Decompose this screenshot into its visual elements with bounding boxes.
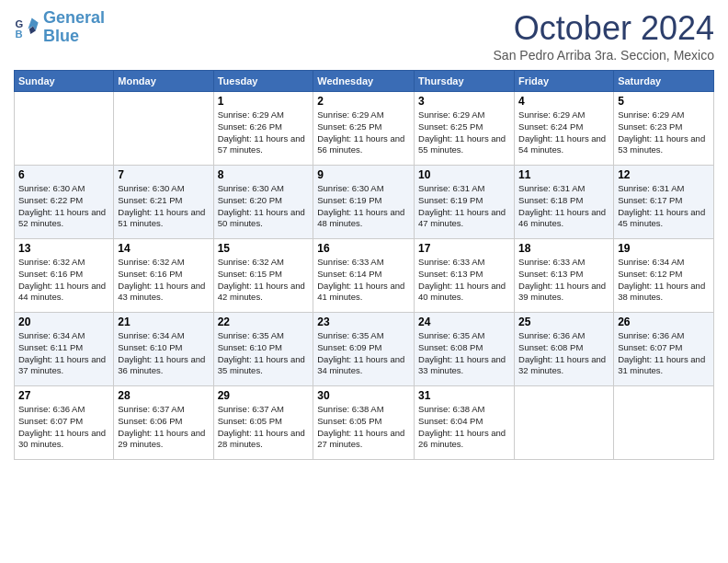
weekday-header: Sunday <box>15 71 114 92</box>
day-number: 25 <box>518 316 609 328</box>
day-info: Sunrise: 6:34 AM Sunset: 6:11 PM Dayligh… <box>18 330 109 377</box>
weekday-header-row: SundayMondayTuesdayWednesdayThursdayFrid… <box>15 71 714 92</box>
day-number: 4 <box>518 95 609 108</box>
day-info: Sunrise: 6:29 AM Sunset: 6:25 PM Dayligh… <box>317 109 410 156</box>
day-number: 6 <box>18 168 109 181</box>
day-number: 14 <box>118 242 209 255</box>
weekday-header: Tuesday <box>213 71 313 92</box>
calendar-cell: 7Sunrise: 6:30 AM Sunset: 6:21 PM Daylig… <box>114 166 213 239</box>
calendar-cell: 14Sunrise: 6:32 AM Sunset: 6:16 PM Dayli… <box>114 239 213 313</box>
calendar-cell: 9Sunrise: 6:30 AM Sunset: 6:19 PM Daylig… <box>313 166 415 239</box>
day-number: 5 <box>618 95 710 108</box>
day-number: 12 <box>618 168 710 181</box>
calendar-cell: 15Sunrise: 6:32 AM Sunset: 6:15 PM Dayli… <box>213 239 313 313</box>
day-info: Sunrise: 6:30 AM Sunset: 6:20 PM Dayligh… <box>218 183 310 230</box>
day-info: Sunrise: 6:33 AM Sunset: 6:13 PM Dayligh… <box>518 257 609 304</box>
day-info: Sunrise: 6:29 AM Sunset: 6:24 PM Dayligh… <box>518 109 609 156</box>
calendar-cell: 28Sunrise: 6:37 AM Sunset: 6:06 PM Dayli… <box>114 386 213 460</box>
day-number: 27 <box>18 389 109 402</box>
day-info: Sunrise: 6:30 AM Sunset: 6:22 PM Dayligh… <box>18 183 109 230</box>
calendar-cell: 8Sunrise: 6:30 AM Sunset: 6:20 PM Daylig… <box>213 166 313 239</box>
calendar-week-row: 6Sunrise: 6:30 AM Sunset: 6:22 PM Daylig… <box>15 166 714 239</box>
day-info: Sunrise: 6:36 AM Sunset: 6:07 PM Dayligh… <box>18 404 109 451</box>
day-number: 17 <box>418 242 510 255</box>
calendar-cell: 10Sunrise: 6:31 AM Sunset: 6:19 PM Dayli… <box>415 166 515 239</box>
calendar-cell: 6Sunrise: 6:30 AM Sunset: 6:22 PM Daylig… <box>15 166 114 239</box>
calendar-cell: 25Sunrise: 6:36 AM Sunset: 6:08 PM Dayli… <box>515 313 614 386</box>
calendar-cell: 3Sunrise: 6:29 AM Sunset: 6:25 PM Daylig… <box>415 92 515 166</box>
day-info: Sunrise: 6:37 AM Sunset: 6:05 PM Dayligh… <box>218 404 310 451</box>
day-info: Sunrise: 6:30 AM Sunset: 6:21 PM Dayligh… <box>118 183 209 230</box>
day-info: Sunrise: 6:36 AM Sunset: 6:08 PM Dayligh… <box>518 330 609 377</box>
day-number: 11 <box>518 168 609 181</box>
calendar-cell <box>114 92 213 166</box>
day-info: Sunrise: 6:32 AM Sunset: 6:15 PM Dayligh… <box>218 257 310 304</box>
day-number: 9 <box>317 168 410 181</box>
day-info: Sunrise: 6:31 AM Sunset: 6:18 PM Dayligh… <box>518 183 609 230</box>
calendar-table: SundayMondayTuesdayWednesdayThursdayFrid… <box>14 70 714 460</box>
calendar-cell: 23Sunrise: 6:35 AM Sunset: 6:09 PM Dayli… <box>313 313 415 386</box>
calendar-cell: 11Sunrise: 6:31 AM Sunset: 6:18 PM Dayli… <box>515 166 614 239</box>
day-number: 15 <box>218 242 310 255</box>
day-info: Sunrise: 6:38 AM Sunset: 6:04 PM Dayligh… <box>418 404 510 451</box>
calendar-cell: 31Sunrise: 6:38 AM Sunset: 6:04 PM Dayli… <box>415 386 515 460</box>
calendar-cell <box>614 386 714 460</box>
day-number: 31 <box>418 389 510 402</box>
weekday-header: Monday <box>114 71 213 92</box>
calendar-cell: 29Sunrise: 6:37 AM Sunset: 6:05 PM Dayli… <box>213 386 313 460</box>
calendar-cell: 30Sunrise: 6:38 AM Sunset: 6:05 PM Dayli… <box>313 386 415 460</box>
day-info: Sunrise: 6:30 AM Sunset: 6:19 PM Dayligh… <box>317 183 410 230</box>
day-info: Sunrise: 6:38 AM Sunset: 6:05 PM Dayligh… <box>317 404 410 451</box>
day-info: Sunrise: 6:32 AM Sunset: 6:16 PM Dayligh… <box>118 257 209 304</box>
weekday-header: Saturday <box>614 71 714 92</box>
month-title: October 2024 <box>494 9 714 48</box>
weekday-header: Wednesday <box>313 71 415 92</box>
calendar-cell <box>515 386 614 460</box>
calendar-cell: 13Sunrise: 6:32 AM Sunset: 6:16 PM Dayli… <box>15 239 114 313</box>
day-info: Sunrise: 6:34 AM Sunset: 6:12 PM Dayligh… <box>618 257 710 304</box>
day-number: 22 <box>218 316 310 328</box>
calendar-cell: 2Sunrise: 6:29 AM Sunset: 6:25 PM Daylig… <box>313 92 415 166</box>
calendar-cell: 1Sunrise: 6:29 AM Sunset: 6:26 PM Daylig… <box>213 92 313 166</box>
title-block: October 2024 San Pedro Arriba 3ra. Secci… <box>494 9 714 63</box>
day-info: Sunrise: 6:36 AM Sunset: 6:07 PM Dayligh… <box>618 330 710 377</box>
calendar-cell: 20Sunrise: 6:34 AM Sunset: 6:11 PM Dayli… <box>15 313 114 386</box>
svg-text:G: G <box>15 18 23 29</box>
calendar-cell: 16Sunrise: 6:33 AM Sunset: 6:14 PM Dayli… <box>313 239 415 313</box>
day-info: Sunrise: 6:31 AM Sunset: 6:17 PM Dayligh… <box>618 183 710 230</box>
calendar-week-row: 20Sunrise: 6:34 AM Sunset: 6:11 PM Dayli… <box>15 313 714 386</box>
day-number: 30 <box>317 389 410 402</box>
calendar-cell: 24Sunrise: 6:35 AM Sunset: 6:08 PM Dayli… <box>415 313 515 386</box>
logo-text: General Blue <box>43 9 105 46</box>
location-subtitle: San Pedro Arriba 3ra. Seccion, Mexico <box>494 48 714 63</box>
calendar-week-row: 27Sunrise: 6:36 AM Sunset: 6:07 PM Dayli… <box>15 386 714 460</box>
calendar-cell: 18Sunrise: 6:33 AM Sunset: 6:13 PM Dayli… <box>515 239 614 313</box>
day-number: 28 <box>118 389 209 402</box>
weekday-header: Friday <box>515 71 614 92</box>
day-number: 1 <box>218 95 310 108</box>
day-number: 7 <box>118 168 209 181</box>
calendar-cell: 19Sunrise: 6:34 AM Sunset: 6:12 PM Dayli… <box>614 239 714 313</box>
calendar-week-row: 13Sunrise: 6:32 AM Sunset: 6:16 PM Dayli… <box>15 239 714 313</box>
page-header: G B General Blue October 2024 San Pedro … <box>14 9 714 63</box>
calendar-cell: 17Sunrise: 6:33 AM Sunset: 6:13 PM Dayli… <box>415 239 515 313</box>
day-number: 10 <box>418 168 510 181</box>
svg-text:B: B <box>15 29 22 40</box>
calendar-cell: 5Sunrise: 6:29 AM Sunset: 6:23 PM Daylig… <box>614 92 714 166</box>
logo-icon: G B <box>14 15 40 40</box>
day-info: Sunrise: 6:29 AM Sunset: 6:26 PM Dayligh… <box>218 109 310 156</box>
day-number: 19 <box>618 242 710 255</box>
day-info: Sunrise: 6:29 AM Sunset: 6:23 PM Dayligh… <box>618 109 710 156</box>
day-number: 8 <box>218 168 310 181</box>
day-info: Sunrise: 6:35 AM Sunset: 6:08 PM Dayligh… <box>418 330 510 377</box>
calendar-cell: 12Sunrise: 6:31 AM Sunset: 6:17 PM Dayli… <box>614 166 714 239</box>
day-info: Sunrise: 6:29 AM Sunset: 6:25 PM Dayligh… <box>418 109 510 156</box>
calendar-cell: 4Sunrise: 6:29 AM Sunset: 6:24 PM Daylig… <box>515 92 614 166</box>
day-info: Sunrise: 6:34 AM Sunset: 6:10 PM Dayligh… <box>118 330 209 377</box>
day-info: Sunrise: 6:33 AM Sunset: 6:13 PM Dayligh… <box>418 257 510 304</box>
day-number: 23 <box>317 316 410 328</box>
calendar-cell: 27Sunrise: 6:36 AM Sunset: 6:07 PM Dayli… <box>15 386 114 460</box>
day-number: 26 <box>618 316 710 328</box>
day-number: 24 <box>418 316 510 328</box>
logo: G B General Blue <box>14 9 105 46</box>
